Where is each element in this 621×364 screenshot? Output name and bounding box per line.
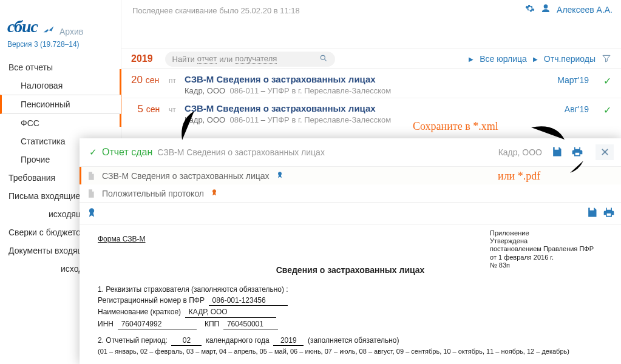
row-title: СЗВ-М Сведения о застрахованных лицах [185,103,565,113]
svg-point-3 [212,189,216,193]
save-icon[interactable] [586,206,598,220]
document-icon [86,171,96,181]
row-org: Кадр, ООО [185,86,225,95]
document-toolbar [80,202,621,224]
field-label: Регистрационный номер в ПФР [98,296,205,305]
user-icon[interactable] [541,4,551,15]
save-icon[interactable] [551,146,563,160]
rosette-icon [86,206,98,220]
row-day: 20 [131,74,143,86]
last-download-text: Последнее скачивание было 25.02.20 в 11:… [132,6,300,15]
field-label: 2. Отчетный период: [98,336,168,345]
row-recipient: УПФР в г. Переславле-Залесском [268,86,392,95]
search-label-1: Найти [172,55,195,64]
user-name[interactable]: Алексеев А.А. [557,5,613,15]
brand-mode: Архив [59,27,83,36]
svg-point-2 [278,172,282,175]
print-icon[interactable] [603,206,615,220]
nav-pension[interactable]: Пенсионный [0,95,121,114]
field-value: 7604074992 [118,319,197,329]
field-label: КПП [205,320,219,328]
row-day: 5 [131,103,143,115]
svg-line-1 [324,59,326,61]
search-label-2: отчет [197,54,217,64]
print-icon[interactable] [571,146,583,160]
rosette-icon [210,188,219,198]
panel-org: Кадр, ООО [498,147,542,157]
field-label: ИНН [98,320,114,328]
brand-logo: сбис [7,17,38,36]
field-label: Наименование (краткое) [98,308,181,316]
triangle-icon: ▶ [469,56,473,62]
row-month: сен [146,75,160,85]
triangle-icon: ▶ [533,56,538,62]
field-value: 086-001-123456 [209,295,288,306]
link-all-orgs[interactable]: Все юрлица [480,54,527,64]
bird-icon [42,25,55,36]
row-dow: чт [169,103,185,114]
check-icon: ✓ [89,147,97,158]
row-period: Авг'19 [565,103,589,114]
search-input[interactable]: Найти отчет или получателя [165,52,335,67]
row-month: сен [146,104,160,114]
tab-protocol[interactable]: Положительный протокол [80,184,621,202]
field-label: (заполняется обязательно) [308,336,399,345]
search-label-3: или [219,55,232,64]
approval-block: Приложение Утверждена постановлением Пра… [490,229,599,269]
legend-text: (01 – январь, 02 – февраль, 03 – март, 0… [98,347,603,356]
gear-icon[interactable] [525,4,535,15]
filter-icon[interactable] [602,53,611,65]
svg-point-0 [321,55,325,59]
year-selector[interactable]: 2019 [131,53,153,64]
report-list: 20 сен пт СЗВ-М Сведения о застрахованны… [121,69,621,127]
rosette-icon [276,170,284,181]
row-recipient: УПФР в г. Переславле-Залесском [268,115,392,124]
document-body: Приложение Утверждена постановлением Пра… [80,224,621,356]
tab-label: Положительный протокол [102,189,204,198]
report-row[interactable]: 5 сен чт СЗВ-М Сведения о застрахованных… [120,98,621,127]
row-org: Кадр, ООО [185,115,225,124]
version-text: Версия 3 (19.728–14) [0,39,121,58]
row-title: СЗВ-М Сведения о застрахованных лицах [185,74,557,84]
report-row[interactable]: 20 сен пт СЗВ-М Сведения о застрахованны… [120,69,621,98]
report-detail-panel: ✓ Отчет сдан СЗВ-М Сведения о застрахова… [80,138,621,364]
nav-tax[interactable]: Налоговая [0,76,121,95]
nav-fss[interactable]: ФСС [0,114,121,132]
tab-szvm[interactable]: СЗВ-М Сведения о застрахованных лицах [80,167,621,184]
check-icon: ✓ [589,74,611,87]
check-icon: ✓ [589,103,611,116]
row-code: 086-011 [229,86,259,95]
close-button[interactable]: ✕ [596,144,614,160]
form-name: Форма СЗВ-М [98,234,146,244]
nav-all-reports[interactable]: Все отчеты [0,58,121,76]
document-icon [86,189,96,198]
field-value: 02 [171,335,202,346]
row-period: Март'19 [557,74,589,85]
field-value: 760450001 [223,319,278,329]
report-subtitle: СЗВ-М Сведения о застрахованных лицах [157,147,325,157]
row-dow: пт [169,74,185,85]
doc-line: 1. Реквизиты страхователя (заполняются о… [98,285,603,294]
search-icon[interactable] [319,54,328,64]
search-label-4: получателя [235,54,277,64]
field-value: 2019 [273,335,304,346]
svg-point-4 [89,208,94,213]
link-periods[interactable]: Отч.периоды [544,54,596,64]
field-value: КАДР, ООО [185,307,276,317]
row-code: 086-011 [229,115,259,124]
list-header: 2019 Найти отчет или получателя ▶ Все юр… [121,49,621,69]
report-status: Отчет сдан [102,147,152,158]
tab-label: СЗВ-М Сведения о застрахованных лицах [102,171,270,181]
field-label: календарного года [206,336,269,345]
